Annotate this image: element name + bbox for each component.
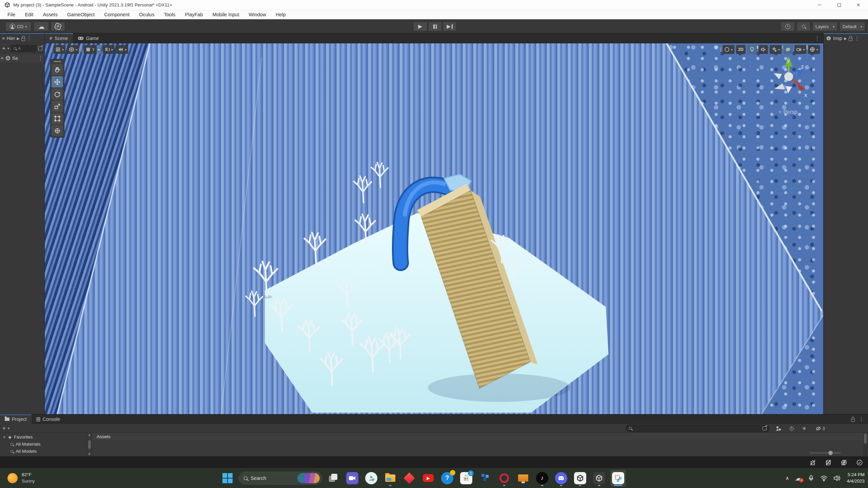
snap-increment-dropdown[interactable]: ▾ (116, 45, 128, 54)
app-snipping-active[interactable] (610, 470, 626, 487)
layout-dropdown[interactable]: Default ▾ (840, 22, 865, 31)
scene-lighting-toggle[interactable] (747, 45, 757, 54)
kebab-menu-icon[interactable]: ⋮ (854, 35, 860, 41)
assets-breadcrumb[interactable]: Assets (97, 434, 111, 439)
maximize-button[interactable] (829, 0, 849, 10)
tool-hand[interactable] (52, 64, 63, 75)
lock-icon[interactable] (849, 38, 852, 41)
tree-scrollbar[interactable]: ▲ ▼ (87, 433, 92, 456)
wifi-icon[interactable] (820, 474, 828, 482)
project-search-input[interactable] (626, 425, 770, 432)
search-by-type-button[interactable] (773, 424, 784, 432)
account-dropdown[interactable]: CO ▾ (5, 22, 31, 31)
search-by-label-button[interactable] (786, 424, 797, 432)
disclosure-arrow-icon[interactable]: ▶ (1, 56, 4, 60)
weather-widget[interactable]: 82°F Sunny (4, 468, 38, 488)
app-people[interactable] (363, 470, 379, 487)
hierarchy-tab[interactable]: ≡ Hier ▶ ⋮ (0, 33, 44, 43)
tab-project[interactable]: Project (0, 414, 32, 424)
scene-viewport[interactable]: || ▾ ▾ || Y ▾ (45, 43, 823, 414)
kebab-menu-icon[interactable]: ⋮ (859, 416, 864, 422)
favorites-all-models[interactable]: All Models (0, 448, 87, 455)
tray-overflow-chevron[interactable]: ∧ (785, 475, 789, 481)
tool-scale[interactable] (52, 101, 63, 112)
scene-orientation-gizmo[interactable]: y z x < Persp (764, 52, 815, 103)
app-cubes[interactable] (477, 470, 493, 487)
favorites-all-materials[interactable]: All Materials (0, 441, 87, 448)
app-unity-editor[interactable] (591, 470, 607, 487)
app-tiktok[interactable]: ♪ (534, 470, 550, 487)
start-button[interactable] (220, 470, 235, 487)
tab-game[interactable]: Game (73, 33, 104, 43)
kebab-menu-icon[interactable]: ⋮ (27, 35, 32, 41)
progress-ok-button[interactable] (853, 458, 866, 467)
grid-snapping-dropdown[interactable]: ▾ (103, 45, 115, 54)
toolbar-drag-handle[interactable]: || (51, 47, 52, 52)
playfab-button[interactable]: P (51, 22, 65, 31)
debugger-disabled-button[interactable] (806, 458, 819, 467)
scene-hierarchy-item[interactable]: ▶ Sa ⋮ (0, 54, 44, 62)
lock-icon[interactable] (851, 419, 855, 422)
assets-scrollbar[interactable] (863, 433, 867, 456)
kebab-menu-icon[interactable]: ⋮ (38, 55, 43, 61)
tab-console[interactable]: Console (32, 414, 65, 424)
draw-mode-dropdown[interactable]: ▾ (723, 45, 734, 54)
step-button[interactable]: ▶ (443, 22, 456, 31)
app-file-explorer[interactable] (382, 470, 398, 487)
app-help[interactable]: ? (439, 470, 455, 487)
scrollbar-thumb[interactable] (864, 433, 867, 444)
pause-button[interactable] (428, 22, 442, 31)
menu-playfab[interactable]: PlayFab (180, 10, 208, 19)
mode-2d-button[interactable]: 2D (736, 45, 746, 54)
cloud-services-button[interactable]: ☁ (34, 22, 49, 31)
collab-disconnected-button[interactable] (837, 458, 850, 467)
menu-window[interactable]: Window (244, 10, 271, 19)
cache-server-disconnected-button[interactable] (822, 458, 835, 467)
search-button[interactable] (797, 22, 810, 31)
scroll-up-icon[interactable]: ▲ (88, 433, 91, 436)
chevron-down-icon[interactable]: ▾ (8, 426, 9, 430)
create-asset-button[interactable]: + (2, 425, 6, 432)
app-discord[interactable] (553, 470, 569, 487)
minimize-button[interactable] (810, 0, 829, 10)
menu-oculus[interactable]: Oculus (134, 10, 159, 19)
menu-component[interactable]: Component (99, 10, 134, 19)
tool-move[interactable] (52, 76, 63, 87)
volume-icon[interactable] (833, 474, 841, 482)
hidden-packages-toggle[interactable]: 3 (812, 424, 828, 432)
add-object-button[interactable]: + (2, 45, 5, 52)
app-youtube[interactable]: ▶ (420, 470, 436, 487)
lock-icon[interactable] (21, 38, 25, 41)
assets-browser[interactable]: Assets (92, 433, 868, 456)
tool-rect[interactable] (52, 113, 63, 124)
menu-tools[interactable]: Tools (159, 10, 180, 19)
kebab-menu-icon[interactable]: ⋮ (815, 33, 823, 43)
play-button[interactable]: ▶ (413, 22, 427, 31)
layers-dropdown[interactable]: Layers ▾ (812, 22, 837, 31)
favorites-root-item[interactable]: ▼ ★ Favorites (0, 433, 87, 441)
menu-help[interactable]: Help (271, 10, 291, 19)
disclosure-open-icon[interactable]: ▼ (3, 435, 6, 439)
scroll-down-icon[interactable]: ▼ (88, 452, 91, 456)
app-chat[interactable] (344, 470, 360, 487)
tool-handle-rotation-dropdown[interactable]: ▾ (67, 45, 79, 54)
close-button[interactable]: × (849, 0, 868, 10)
toolbar-drag-handle[interactable]: || (720, 47, 721, 52)
menu-gameobject[interactable]: GameObject (62, 10, 99, 19)
menu-edit[interactable]: Edit (20, 10, 38, 19)
favorite-search-button[interactable]: ★ (799, 424, 810, 432)
maximize-panel-icon[interactable] (38, 46, 42, 50)
toolbar-drag-handle[interactable]: || (81, 47, 82, 52)
overlay-drag-handle[interactable] (54, 61, 61, 62)
menu-file[interactable]: File (3, 10, 20, 19)
clock-widget[interactable]: 5:24 PM 4/4/2023 (847, 472, 865, 485)
onedrive-error-icon[interactable]: ☁ × (795, 474, 802, 482)
inspector-tab[interactable]: Insp ▶ ⋮ (824, 33, 868, 43)
grid-axis-dropdown[interactable]: ▾ (97, 45, 101, 54)
app-media-monitor[interactable] (515, 470, 531, 487)
microphone-icon[interactable] (808, 474, 814, 482)
tool-handle-position-dropdown[interactable]: ▾ (54, 45, 65, 54)
app-opera[interactable] (496, 470, 512, 487)
open-search-window-icon[interactable] (763, 426, 767, 430)
task-view-button[interactable] (326, 470, 341, 487)
